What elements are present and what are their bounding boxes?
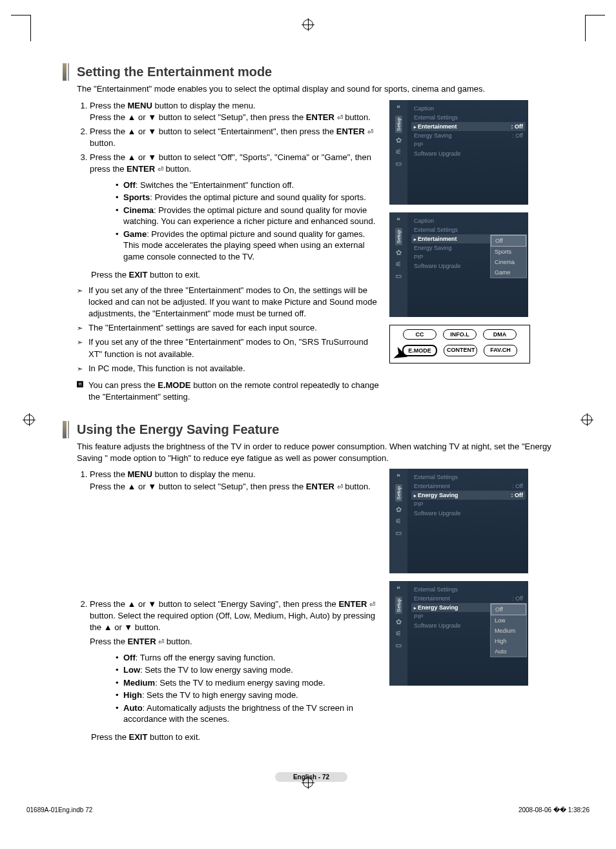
- gear-icon: ✿: [394, 506, 403, 513]
- gear-icon: ✿: [394, 618, 403, 626]
- osd-sidebar4: ❝ Setup ✿ ⚟ ▭: [389, 581, 407, 686]
- dd-e-low: Low: [491, 615, 526, 626]
- osd-body4: External Settings Entertainment: Off Ene…: [407, 581, 528, 686]
- dd-e-high: High: [491, 636, 526, 646]
- s2-step1a: Press the: [90, 469, 128, 479]
- section2-step1: Press the MENU button to display the men…: [90, 469, 379, 595]
- osd4-entertainment: Entertainment: Off: [411, 594, 526, 603]
- gear-icon: ✿: [394, 249, 403, 256]
- dd-e-off: Off: [491, 604, 526, 615]
- s1-step1b: Press the ▲ or ▼ button to select "Setup…: [90, 112, 306, 122]
- section2-intro: This feature adjusts the brightness of t…: [77, 441, 560, 464]
- s1-step2-b: ENTER: [336, 127, 365, 136]
- s2-exit: Press the EXIT button to exit.: [91, 731, 379, 743]
- opt-game: Game: Provides the optimal picture and s…: [116, 229, 379, 263]
- s2-step2-b: ENTER: [338, 599, 367, 609]
- s2-step2p2: Press the ENTER ⏎ button.: [90, 636, 379, 648]
- section1-step3: Press the ▲ or ▼ button to select "Off",…: [90, 152, 379, 280]
- crop-mark-left: [24, 414, 34, 425]
- entertainment-dropdown: Off Sports Cinema Game: [490, 234, 527, 278]
- osd3-external: External Settings: [411, 473, 526, 482]
- section1-title: Setting the Entertainment mode: [63, 65, 560, 79]
- s1-step1a: Press the: [90, 101, 128, 110]
- section2-step2: Press the ▲ or ▼ button to select "Energ…: [90, 598, 379, 743]
- section1-options: Off: Switches the "Entertainment" functi…: [104, 179, 379, 263]
- file-name: 01689A-01Eng.indb 72: [26, 806, 92, 813]
- osd-row-caption: Caption: [411, 104, 526, 113]
- osd-entertainment: ❝ Setup ✿ ⚟ ▭ Caption External Settings …: [389, 100, 528, 205]
- enter-icon4: ⏎: [337, 483, 343, 491]
- opt-cinema: Cinema: Provides the optimal picture and…: [116, 205, 379, 227]
- s2-step2: Press the ▲ or ▼ button to select "Energ…: [90, 599, 338, 609]
- osd2-caption: Caption: [411, 216, 526, 225]
- brush-icon: ❝: [394, 104, 403, 112]
- remote-diagram: CC INFO.L DMA E.MODE CONTENT FAV.CH ➤: [389, 325, 530, 363]
- tv-icon: ▭: [394, 272, 403, 280]
- osd3-entertainment: Entertainment: Off: [411, 482, 526, 491]
- s1-step1b-b: ENTER: [306, 112, 334, 122]
- s2-opt-med: Medium: Sets the TV to medium energy sav…: [116, 677, 379, 689]
- crop-mark-top: [303, 19, 313, 30]
- dd-sports: Sports: [491, 247, 526, 257]
- s2-opt-auto: Auto: Automatically adjusts the brightne…: [116, 702, 379, 725]
- osd-row-upgrade: Software Upgrade: [411, 149, 526, 158]
- osd-body3: External Settings Entertainment: Off Ene…: [407, 469, 528, 573]
- osd-row-pip: PIP: [411, 140, 526, 149]
- section1-step2: Press the ▲ or ▼ button to select "Enter…: [90, 126, 379, 149]
- print-footer: 01689A-01Eng.indb 72 2008-08-06 �� 1:38:…: [24, 806, 592, 813]
- dd-game: Game: [491, 267, 526, 278]
- osd-energy: ❝ Setup ✿ ⚟ ▭ External Settings Entertai…: [389, 469, 528, 573]
- s2-opt-off: Off: Turns off the energy saving functio…: [116, 652, 379, 664]
- osd3-upgrade: Software Upgrade: [411, 509, 526, 518]
- section1-steps: Press the MENU button to display the men…: [77, 100, 379, 281]
- s1-step2-end: button.: [90, 138, 116, 148]
- plug-icon: ⚟: [394, 629, 403, 637]
- remote-cc: CC: [403, 329, 436, 340]
- remote-dma: DMA: [483, 329, 517, 340]
- dd-e-medium: Medium: [491, 626, 526, 636]
- tv-icon: ▭: [394, 641, 403, 649]
- s2-step1b-end: button.: [343, 482, 371, 491]
- osd-sidebar2: ❝ Setup ✿ ⚟ ▭: [389, 212, 407, 317]
- s1-exit: Press the EXIT button to exit.: [91, 269, 379, 281]
- s1-note3: If you set any of the three "Entertainme…: [77, 336, 379, 360]
- section2-title: Using the Energy Saving Feature: [63, 422, 560, 437]
- enter-icon2: ⏎: [367, 128, 373, 136]
- spacer: [90, 493, 379, 596]
- osd-row-external: External Settings: [411, 113, 526, 122]
- s1-note2: The "Entertainment" settings are saved f…: [77, 322, 379, 334]
- crop-mark-bottom: [303, 777, 313, 788]
- s2-step1b: Press the ▲ or ▼ button to select "Setup…: [90, 482, 306, 491]
- s2-step1b-b: ENTER: [306, 482, 334, 491]
- s2-opt-low: Low: Sets the TV to low energy saving mo…: [116, 664, 379, 676]
- section1-notes: If you set any of the three "Entertainme…: [77, 285, 379, 374]
- enter-icon3: ⏎: [158, 165, 163, 173]
- opt-off: Off: Switches the "Entertainment" functi…: [116, 179, 379, 191]
- gear-icon: ✿: [394, 136, 403, 144]
- osd3-energy-sel: Energy Saving: Off: [411, 491, 526, 500]
- osd-entertainment-dropdown: ❝ Setup ✿ ⚟ ▭ Caption External Settings …: [389, 212, 528, 317]
- brush-icon: ❝: [394, 473, 403, 480]
- enter-icon: ⏎: [337, 114, 343, 121]
- s1-step1a-end: button to display the menu.: [152, 101, 256, 110]
- remote-content: CONTENT: [444, 345, 477, 356]
- enter-icon6: ⏎: [158, 638, 164, 646]
- s2-step1a-b: MENU: [128, 469, 152, 479]
- setup-label4: Setup: [395, 597, 402, 614]
- s1-remote-note: You can press the E.MODE button on the r…: [77, 380, 379, 403]
- dd-cinema: Cinema: [491, 257, 526, 267]
- osd-row-energy: Energy Saving: Off: [411, 131, 526, 140]
- remote-arrow-icon: ➤: [391, 342, 411, 366]
- osd-sidebar: ❝ Setup ✿ ⚟ ▭: [389, 100, 407, 205]
- s1-step1a-b: MENU: [128, 101, 152, 110]
- s2-step1a-end: button to display the menu.: [152, 469, 256, 479]
- crop-corner-tr: [585, 15, 605, 41]
- osd3-pip: PIP: [411, 500, 526, 509]
- s2-opt-high: High: Sets the TV to high energy saving …: [116, 690, 379, 701]
- section2-options: Off: Turns off the energy saving functio…: [104, 652, 379, 725]
- s1-step2: Press the ▲ or ▼ button to select "Enter…: [90, 127, 336, 136]
- brush-icon: ❝: [394, 585, 403, 593]
- remote-info: INFO.L: [443, 329, 477, 340]
- brush-icon: ❝: [394, 216, 403, 224]
- opt-sports: Sports: Provides the optimal picture and…: [116, 192, 379, 203]
